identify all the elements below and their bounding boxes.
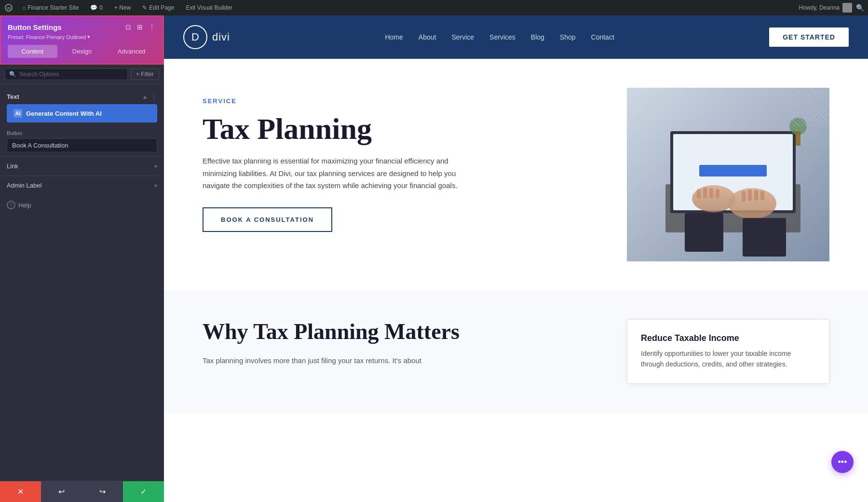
site-header: D divi Home About Service Services Blog … [164,15,868,59]
hero-description: Effective tax planning is essential for … [203,155,473,192]
preset-chevron-icon: ▾ [87,34,90,40]
admin-bar-new[interactable]: + New [111,0,134,15]
panel-header-icons: ⊡ ⊞ ⋮ [124,22,156,32]
svg-rect-15 [742,191,746,202]
search-input-wrap: 🔍 [5,68,128,80]
hero-image [627,88,829,261]
card-title: Reduce Taxable Income [641,333,815,343]
comments-icon: 💬 [90,4,97,11]
panel-portal-icon[interactable]: ⊡ [124,22,132,32]
main-content: D divi Home About Service Services Blog … [164,15,868,502]
filter-button[interactable]: + Filter [131,68,159,80]
admin-label-chevron-icon: ▾ [154,182,157,189]
logo-text: divi [212,31,230,43]
button-field-label: Button [7,130,157,136]
text-section: Text ▲ ⋮ AI Generate Content With AI [0,89,164,122]
nav-item-home[interactable]: Home [378,29,409,45]
logo-circle: D [183,25,207,49]
panel-preset[interactable]: Preset: Finance Primary Outlined ▾ [8,34,156,40]
why-title: Why Tax Planning Matters [203,319,598,345]
link-label: Link [7,163,18,170]
hero-section: SERVICE Tax Planning Effective tax plann… [164,59,868,290]
ai-generate-button[interactable]: AI Generate Content With AI [7,104,157,122]
button-text-input[interactable] [7,138,157,152]
floating-action-button[interactable]: ••• [831,451,854,473]
reduce-income-card: Reduce Taxable Income Identify opportuni… [627,319,829,384]
text-section-icons: ▲ ⋮ [142,93,157,100]
panel-title: Button Settings [8,23,62,31]
tab-content[interactable]: Content [8,45,57,58]
why-right: Reduce Taxable Income Identify opportuni… [627,319,829,384]
search-icon[interactable]: 🔍 [856,4,864,12]
finance-site-icon: ⌂ [22,4,26,11]
cancel-button[interactable]: ✕ [0,481,41,502]
svg-point-10 [728,188,776,219]
tab-advanced[interactable]: Advanced [107,45,156,58]
undo-button[interactable]: ↩ [41,481,82,502]
admin-label-row[interactable]: Admin Label ▾ [0,176,164,195]
link-row[interactable]: Link ▾ [0,156,164,176]
panel-more-icon[interactable]: ⋮ [148,22,156,32]
user-avatar [842,3,852,13]
nav-item-shop[interactable]: Shop [553,29,583,45]
svg-rect-14 [716,189,719,198]
svg-rect-16 [748,190,752,201]
service-label: SERVICE [203,97,598,105]
text-section-header[interactable]: Text ▲ ⋮ [7,89,157,104]
ai-icon: AI [14,109,22,118]
admin-bar-right: Howdy, Deanna 🔍 [799,3,865,13]
panel-tabs: Content Design Advanced [8,45,156,58]
panel-footer: ✕ ↩ ↪ ✓ [0,481,164,502]
hero-title: Tax Planning [203,112,598,145]
wp-logo[interactable]: W [4,3,14,13]
svg-rect-12 [703,188,707,198]
admin-bar-site[interactable]: ⌂ Finance Starter Site [19,0,81,15]
svg-rect-17 [754,190,758,201]
admin-bar-edit-page[interactable]: ✎ Edit Page [139,0,177,15]
admin-bar-howdy[interactable]: Howdy, Deanna [799,3,853,13]
help-label: Help [18,202,31,209]
panel-search-bar: 🔍 + Filter [0,65,164,84]
link-chevron-icon: ▾ [154,163,157,170]
nav-item-about[interactable]: About [412,29,443,45]
panel-layout-icon[interactable]: ⊞ [136,22,144,32]
help-icon: ? [7,201,15,209]
edit-icon: ✎ [142,4,147,11]
nav-item-blog[interactable]: Blog [524,29,551,45]
nav-item-service[interactable]: Service [445,29,481,45]
panel-header: Button Settings ⊡ ⊞ ⋮ Preset: Finance Pr… [0,15,164,65]
svg-rect-11 [697,189,701,199]
consultation-button[interactable]: BOOK A CONSULTATION [203,207,332,232]
hero-left: SERVICE Tax Planning Effective tax plann… [203,88,598,232]
why-section: Why Tax Planning Matters Tax planning in… [164,290,868,413]
redo-button[interactable]: ↪ [82,481,123,502]
get-started-button[interactable]: GET STARTED [769,27,849,47]
text-section-more-icon[interactable]: ⋮ [151,93,157,100]
save-button[interactable]: ✓ [123,481,164,502]
svg-rect-19 [685,213,723,252]
button-section: Button [0,130,164,152]
text-section-collapse-icon[interactable]: ▲ [142,93,148,100]
why-left: Why Tax Planning Matters Tax planning in… [203,319,598,366]
tab-design[interactable]: Design [57,45,107,58]
left-panel: Button Settings ⊡ ⊞ ⋮ Preset: Finance Pr… [0,15,164,502]
nav-item-services[interactable]: Services [483,29,522,45]
panel-content: Text ▲ ⋮ AI Generate Content With AI But… [0,84,164,481]
site-logo[interactable]: D divi [183,25,230,49]
admin-bar: W ⌂ Finance Starter Site 💬 0 + New ✎ Edi… [0,0,868,15]
hero-right [627,88,829,261]
admin-bar-exit-builder[interactable]: Exit Visual Builder [183,0,235,15]
admin-label-label: Admin Label [7,182,41,189]
why-description: Tax planning involves more than just fil… [203,354,598,367]
svg-rect-18 [760,191,764,201]
svg-rect-13 [709,188,713,198]
hero-pattern-decoration [791,88,829,126]
search-input[interactable] [19,71,123,78]
svg-text:W: W [7,6,11,11]
admin-bar-comments[interactable]: 💬 0 [87,0,106,15]
svg-rect-20 [743,218,786,257]
help-row[interactable]: ? Help [0,195,164,215]
nav-item-contact[interactable]: Contact [584,29,621,45]
text-section-title: Text [7,93,19,100]
search-icon: 🔍 [9,71,16,78]
